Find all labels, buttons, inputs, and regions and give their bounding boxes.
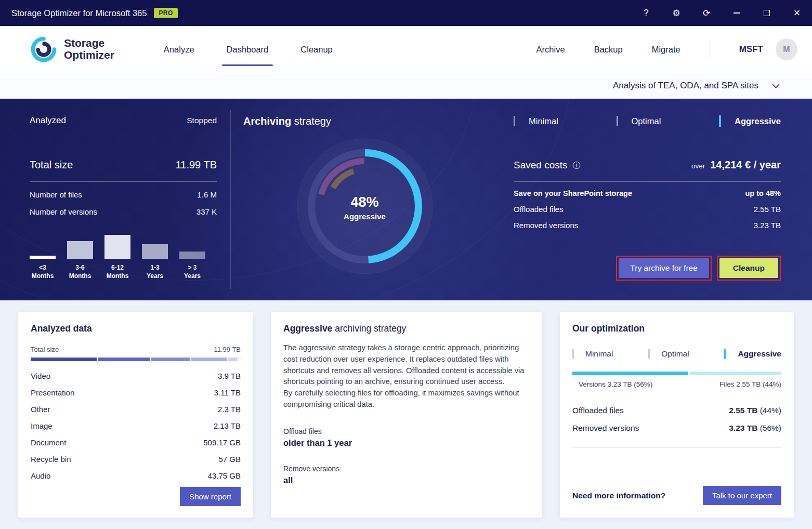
cleanup-button[interactable]: Cleanup — [719, 258, 778, 278]
list-item: Presentation3.11 TB — [31, 384, 241, 401]
divider — [514, 181, 781, 182]
card-title: Analyzed data — [31, 323, 241, 334]
tenant-name: MSFT — [739, 44, 763, 55]
total-size-label: Total size — [30, 159, 73, 171]
settings-gear-icon[interactable]: ⚙ — [661, 0, 691, 26]
nav-backup[interactable]: Backup — [594, 45, 623, 55]
total-size-label: Total size — [31, 346, 59, 353]
site-analysis-label: Analysis of TEA, ODA, and SPA sites — [613, 81, 758, 91]
list-item: Other2.3 TB — [31, 401, 241, 417]
saved-costs-amount: over14,214 € / year — [691, 159, 781, 171]
analyzed-data-card: Analyzed data Total size 11.99 TB Video3… — [18, 312, 253, 518]
optimization-card: Our optimization Minimal Optimal Aggress… — [560, 312, 794, 518]
files-segment — [690, 372, 781, 375]
nav-analyze[interactable]: Analyze — [164, 42, 194, 58]
remove-versions-value: all — [283, 475, 530, 485]
table-row: Removed versions 3.23 TB (56%) — [572, 419, 781, 437]
card-title: Aggressive archiving strategy — [283, 323, 530, 334]
versions-segment — [572, 372, 688, 375]
divider — [572, 447, 781, 448]
need-info-label: Need more information? — [572, 491, 665, 500]
app-logo: Storage Optimizer — [30, 36, 114, 63]
header: Storage Optimizer Analyze Dashboard Clea… — [0, 26, 812, 73]
info-icon[interactable]: ⓘ — [573, 161, 581, 170]
histogram-slot: 1-3Years — [142, 233, 168, 280]
optimization-rows: Offloaded files 2.55 TB (44%) Removed ve… — [572, 402, 781, 437]
talk-to-expert-button[interactable]: Talk to our expert — [703, 486, 781, 505]
tab-aggressive[interactable]: Aggressive — [724, 349, 781, 359]
header-divider — [710, 40, 710, 59]
donut-strategy-label: Aggressive — [344, 212, 386, 221]
offloaded-files-value: 2.55 TB — [754, 205, 781, 214]
offload-files-value: older than 1 year — [283, 438, 530, 448]
sharepoint-save-label: Save on your SharePoint storage — [514, 189, 632, 197]
archiving-strategy-panel: Archiving strategy 48% Aggressive — [230, 99, 499, 300]
removed-versions-value: 3.23 TB — [754, 221, 781, 230]
titlebar: Storage Optimizer for Microsoft 365 PRO … — [0, 0, 812, 26]
list-item: Recycle bin57 GB — [31, 451, 241, 467]
donut-center-text: 48% Aggressive — [294, 136, 436, 279]
hero-section: Analyzed Stopped Total size 11.99 TB Num… — [0, 99, 812, 300]
avatar[interactable]: M — [776, 38, 797, 60]
versions-count-value: 337 K — [197, 207, 217, 216]
nav-archive[interactable]: Archive — [536, 45, 565, 55]
offload-files-label: Offload files — [283, 427, 530, 435]
histogram-slot: 3-6Months — [67, 233, 93, 280]
tab-optimal[interactable]: Optimal — [648, 349, 689, 359]
versions-split-label: Versions 3.23 TB (56%) — [572, 380, 652, 388]
tab-indicator — [724, 349, 726, 359]
maximize-button[interactable] — [752, 0, 782, 26]
logo-text: Storage Optimizer — [64, 37, 114, 61]
files-count-label: Number of files — [30, 190, 82, 199]
analyzed-title: Analyzed — [30, 115, 66, 126]
removed-versions-label: Removed versions — [514, 221, 578, 230]
histogram-bar — [30, 256, 56, 259]
cards-section: Analyzed data Total size 11.99 TB Video3… — [0, 300, 812, 529]
pro-badge: PRO — [154, 8, 177, 18]
versions-count-label: Number of versions — [30, 207, 97, 216]
remove-versions-label: Remove versions — [283, 465, 530, 473]
histogram-bar — [179, 252, 205, 259]
nav-cleanup[interactable]: Cleanup — [300, 42, 332, 58]
histogram-bar — [104, 235, 130, 259]
minimize-icon — [734, 12, 740, 14]
minimize-button[interactable] — [722, 0, 752, 26]
try-archive-button[interactable]: Try archive for free — [619, 258, 709, 278]
nav-migrate[interactable]: Migrate — [652, 45, 680, 55]
show-report-button[interactable]: Show report — [180, 487, 241, 506]
tab-indicator — [514, 116, 515, 126]
strategy-description: The aggressive strategy takes a storage-… — [283, 342, 530, 388]
tab-aggressive[interactable]: Aggressive — [719, 115, 781, 127]
help-icon[interactable]: ? — [631, 0, 661, 26]
chevron-down-icon — [772, 84, 780, 88]
histogram-bar — [67, 241, 93, 259]
account-menu[interactable]: MSFT M — [739, 38, 797, 60]
files-count-value: 1.6 M — [197, 190, 217, 199]
offloaded-files-label: Offloaded files — [514, 205, 564, 214]
refresh-icon[interactable]: ⟳ — [691, 0, 722, 26]
strategy-tabs: Minimal Optimal Aggressive — [514, 115, 781, 127]
file-age-histogram: <3Months 3-6Months 6-12Months 1-3Years >… — [30, 233, 217, 280]
histogram-slot: > 3Years — [179, 233, 205, 280]
strategy-donut-chart: 48% Aggressive — [294, 136, 436, 279]
size-distribution-bar — [31, 358, 241, 361]
close-button[interactable]: × — [782, 0, 812, 26]
tab-optimal[interactable]: Optimal — [617, 116, 661, 126]
list-item: Document509.17 GB — [31, 434, 241, 451]
maximize-icon — [764, 10, 770, 16]
strategy-description-card: Aggressive archiving strategy The aggres… — [271, 312, 542, 518]
tab-minimal[interactable]: Minimal — [514, 116, 558, 126]
nav-dashboard[interactable]: Dashboard — [227, 42, 269, 58]
divider — [30, 181, 217, 182]
logo-line-2: Optimizer — [64, 49, 114, 61]
sharepoint-save-value: up to 48% — [745, 189, 781, 197]
saved-costs-panel: Minimal Optimal Aggressive Saved costs ⓘ… — [499, 99, 812, 300]
card-title: Our optimization — [572, 323, 781, 334]
donut-percent: 48% — [350, 194, 378, 210]
status-badge: Stopped — [187, 116, 217, 125]
tab-minimal[interactable]: Minimal — [572, 349, 613, 359]
hero-action-buttons: Try archive for free Cleanup — [514, 256, 781, 281]
total-size-value: 11.99 TB — [176, 159, 217, 171]
subheader: Analysis of TEA, ODA, and SPA sites — [0, 73, 812, 99]
site-analysis-selector[interactable]: Analysis of TEA, ODA, and SPA sites — [613, 81, 780, 91]
